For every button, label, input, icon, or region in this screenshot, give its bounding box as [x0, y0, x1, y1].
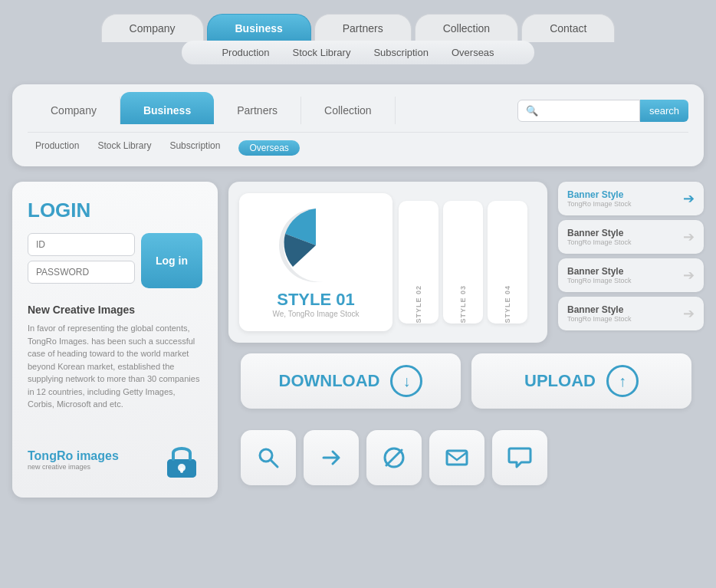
- style-pie-chart: [278, 207, 354, 284]
- style-thumbs: STYLE 02 STYLE 03 STYLE 04: [399, 201, 527, 324]
- banner-item-3[interactable]: Banner Style TongRo Image Stock ➔: [558, 258, 704, 292]
- new-creative-title: New Creative Images: [28, 304, 202, 316]
- icon-row: [228, 430, 704, 498]
- middle-row: STYLE 01 We, TongRo Image Stock STYLE 02…: [228, 182, 704, 343]
- new-creative-text: In favor of representing the global cont…: [28, 322, 202, 430]
- search-icon-box[interactable]: [241, 430, 296, 485]
- chat-icon-box[interactable]: [492, 430, 547, 485]
- login-row: Log in: [28, 233, 202, 291]
- style-card: STYLE 01 We, TongRo Image Stock STYLE 02…: [228, 182, 547, 343]
- banner-title-4: Banner Style: [567, 304, 632, 315]
- lock-icon: [161, 439, 202, 481]
- white-subnav-subscription[interactable]: Subscription: [169, 140, 220, 156]
- mail-icon: [445, 445, 469, 470]
- banner-item-4[interactable]: Banner Style TongRo Image Stock ➔: [558, 297, 704, 330]
- top-subnav-production[interactable]: Production: [222, 47, 269, 58]
- login-fields: [28, 233, 135, 284]
- search-input[interactable]: [517, 100, 640, 122]
- banner-title-1: Banner Style: [567, 189, 632, 200]
- action-row: DOWNLOAD ↓ UPLOAD ↑: [228, 353, 704, 409]
- upload-label: UPLOAD: [524, 371, 596, 391]
- svg-line-8: [386, 450, 402, 465]
- style-thumb-02[interactable]: STYLE 02: [399, 201, 438, 324]
- top-nav-main: Company Business Partners Collection Con…: [15, 14, 701, 42]
- banner-title-2: Banner Style: [567, 228, 632, 238]
- style-label: STYLE 01: [277, 290, 355, 310]
- banner-arrow-4: ➔: [683, 305, 695, 322]
- white-subnav-overseas[interactable]: Overseas: [238, 140, 299, 156]
- upload-card[interactable]: UPLOAD ↑: [471, 353, 691, 409]
- download-card[interactable]: DOWNLOAD ↓: [241, 353, 461, 409]
- white-nav-main: Company Business Partners Collection sea…: [28, 97, 688, 133]
- top-nav-sub: Production Stock Library Subscription Ov…: [182, 41, 534, 64]
- style-main-card[interactable]: STYLE 01 We, TongRo Image Stock: [239, 193, 392, 331]
- login-title-blue: IN: [71, 199, 90, 222]
- style-thumb-03[interactable]: STYLE 03: [443, 201, 483, 324]
- login-title-black: LOG: [28, 199, 71, 222]
- login-button[interactable]: Log in: [141, 233, 202, 288]
- style-thumb-label-02: STYLE 02: [415, 278, 422, 324]
- right-section: STYLE 01 We, TongRo Image Stock STYLE 02…: [228, 182, 704, 498]
- download-icon: ↓: [390, 365, 422, 397]
- top-nav-business[interactable]: Business: [207, 14, 311, 42]
- white-nav-collection[interactable]: Collection: [301, 97, 395, 124]
- tongro-brand: TongRo images new creative images: [28, 448, 119, 471]
- upload-icon: ↑: [606, 365, 639, 397]
- white-nav-partners[interactable]: Partners: [214, 97, 301, 124]
- download-label: DOWNLOAD: [279, 371, 380, 391]
- svg-rect-3: [180, 468, 183, 473]
- banner-item-2[interactable]: Banner Style TongRo Image Stock ➔: [558, 220, 704, 254]
- banner-sub-1: TongRo Image Stock: [567, 200, 632, 208]
- svg-rect-9: [447, 451, 467, 465]
- search-button[interactable]: search: [640, 100, 688, 122]
- style-thumb-label-04: STYLE 04: [504, 278, 511, 324]
- top-nav-wrapper: Company Business Partners Collection Con…: [0, 0, 716, 66]
- banner-list: Banner Style TongRo Image Stock ➔ Banner…: [558, 182, 704, 343]
- top-nav-company[interactable]: Company: [101, 14, 204, 42]
- chat-icon: [507, 445, 532, 470]
- login-title: LOGIN: [28, 199, 202, 222]
- white-nav-business[interactable]: Business: [120, 92, 214, 124]
- block-icon-box[interactable]: [366, 430, 422, 485]
- top-subnav-overseas[interactable]: Overseas: [452, 47, 494, 58]
- id-input[interactable]: [28, 233, 135, 256]
- style-sub: We, TongRo Image Stock: [272, 310, 359, 318]
- top-nav-partners[interactable]: Partners: [314, 14, 412, 42]
- white-nav-wrapper: Company Business Partners Collection sea…: [12, 84, 704, 166]
- white-subnav-stocklibrary[interactable]: Stock Library: [97, 140, 151, 156]
- login-card: LOGIN Log in New Creative Images In favo…: [12, 182, 218, 498]
- banner-sub-4: TongRo Image Stock: [567, 315, 632, 323]
- arrow-right-icon: [319, 445, 343, 470]
- white-nav-company[interactable]: Company: [28, 97, 120, 124]
- banner-info-1: Banner Style TongRo Image Stock: [567, 189, 632, 208]
- bottom-section: LOGIN Log in New Creative Images In favo…: [0, 166, 716, 510]
- top-subnav-subscription[interactable]: Subscription: [373, 47, 429, 58]
- banner-arrow-2: ➔: [683, 228, 695, 245]
- search-bar: search: [517, 97, 688, 124]
- banner-item-1[interactable]: Banner Style TongRo Image Stock ➔: [558, 182, 704, 215]
- banner-info-4: Banner Style TongRo Image Stock: [567, 304, 632, 323]
- style-thumb-04[interactable]: STYLE 04: [488, 201, 527, 324]
- banner-info-2: Banner Style TongRo Image Stock: [567, 228, 632, 246]
- password-input[interactable]: [28, 261, 135, 284]
- banner-sub-3: TongRo Image Stock: [567, 277, 632, 284]
- top-nav-collection[interactable]: Collection: [415, 14, 518, 42]
- white-nav-sub: Production Stock Library Subscription Ov…: [28, 133, 688, 156]
- block-icon: [382, 445, 406, 470]
- top-nav-contact[interactable]: Contact: [521, 14, 615, 42]
- login-footer: TongRo images new creative images: [28, 439, 202, 481]
- top-subnav-stocklibrary[interactable]: Stock Library: [293, 47, 351, 58]
- mail-icon-box[interactable]: [429, 430, 484, 485]
- style-thumb-label-03: STYLE 03: [459, 278, 467, 324]
- banner-title-3: Banner Style: [567, 266, 632, 277]
- banner-sub-2: TongRo Image Stock: [567, 238, 632, 246]
- banner-arrow-1: ➔: [683, 190, 695, 207]
- arrow-right-icon-box[interactable]: [304, 430, 359, 485]
- banner-info-3: Banner Style TongRo Image Stock: [567, 266, 632, 284]
- search-icon: [256, 445, 281, 470]
- white-subnav-production[interactable]: Production: [35, 140, 79, 156]
- banner-arrow-3: ➔: [683, 267, 695, 284]
- svg-line-6: [271, 460, 278, 467]
